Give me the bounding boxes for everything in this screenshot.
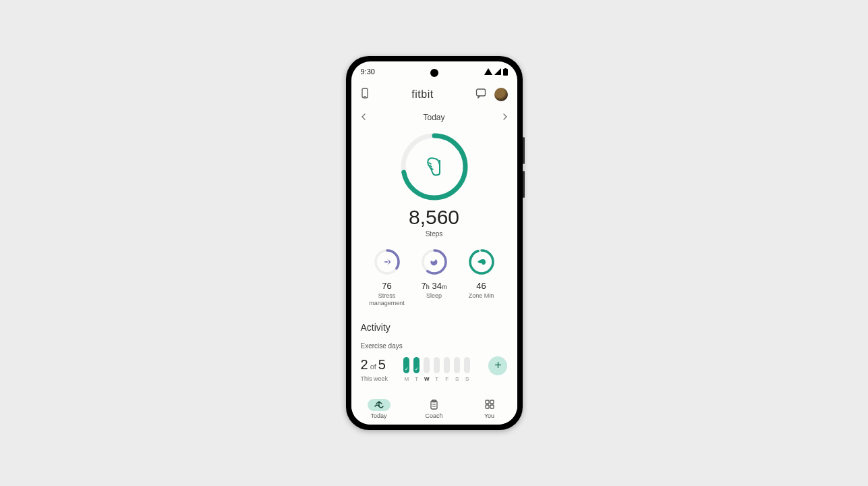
shoe-icon xyxy=(399,132,469,202)
svg-rect-0 xyxy=(503,69,508,76)
days-strip: ✓M✓TWTFSS xyxy=(403,357,470,382)
day-pill: F xyxy=(444,357,450,382)
nav-today-label: Today xyxy=(370,412,386,419)
today-icon xyxy=(374,400,384,410)
app-title: fitbit xyxy=(411,88,433,101)
phone-frame: 9:30 fitbit Today xyxy=(346,56,523,430)
wifi-icon xyxy=(484,68,492,75)
day-pill: W xyxy=(424,357,430,382)
signal-icon xyxy=(494,68,501,75)
day-pill: S xyxy=(464,357,470,382)
status-icons xyxy=(484,68,508,76)
screen: 9:30 fitbit Today xyxy=(351,61,517,425)
steps-ring xyxy=(399,132,469,202)
nav-you-label: You xyxy=(484,412,494,419)
day-pill: ✓M xyxy=(403,357,409,382)
exercise-days-heading: Exercise days xyxy=(361,342,508,350)
metric-zone[interactable]: 46 Zone Min xyxy=(458,248,505,307)
nav-coach-label: Coach xyxy=(425,412,442,419)
day-pill: T xyxy=(434,357,440,382)
steps-label: Steps xyxy=(426,230,443,238)
svg-rect-17 xyxy=(486,405,489,408)
volume-down-button[interactable] xyxy=(523,171,525,198)
avatar[interactable] xyxy=(494,88,508,101)
stress-value: 76 xyxy=(382,281,391,291)
zone-value: 46 xyxy=(476,281,486,291)
you-icon xyxy=(485,400,494,410)
add-exercise-button[interactable]: + xyxy=(488,356,507,375)
exercise-count: 2of5 xyxy=(361,357,388,373)
steps-value: 8,560 xyxy=(409,206,459,229)
day-pill: S xyxy=(454,357,460,382)
bottom-nav: Today Coach You xyxy=(351,394,517,425)
nav-you[interactable]: You xyxy=(478,399,501,419)
zone-label: Zone Min xyxy=(469,292,494,300)
date-nav: Today xyxy=(351,107,517,128)
exercise-subtext: This week xyxy=(361,375,388,382)
spa-icon xyxy=(374,248,401,275)
metric-sleep[interactable]: 7h 34m Sleep xyxy=(411,248,458,307)
svg-rect-15 xyxy=(486,400,489,404)
messages-icon[interactable] xyxy=(475,88,486,101)
battery-icon xyxy=(503,68,508,76)
coach-icon xyxy=(430,400,438,411)
sleep-label: Sleep xyxy=(426,292,442,300)
next-day-button[interactable] xyxy=(502,113,508,122)
activity-heading: Activity xyxy=(361,322,508,333)
metric-stress[interactable]: 76 Stress management xyxy=(364,248,411,307)
flame-icon xyxy=(468,248,495,275)
exercise-days-row[interactable]: 2of5 This week ✓M✓TWTFSS + xyxy=(361,356,508,382)
svg-rect-4 xyxy=(476,89,485,96)
stress-label: Stress management xyxy=(364,292,411,307)
date-label: Today xyxy=(423,113,444,122)
svg-rect-1 xyxy=(504,68,507,70)
moon-icon xyxy=(421,248,448,275)
prev-day-button[interactable] xyxy=(361,113,366,122)
sleep-value: 7h 34m xyxy=(422,281,447,291)
metrics-row: 76 Stress management xyxy=(361,248,508,307)
device-icon[interactable] xyxy=(361,88,370,101)
day-pill: ✓T xyxy=(413,357,419,382)
volume-up-button[interactable] xyxy=(523,137,525,164)
svg-rect-18 xyxy=(490,405,494,408)
nav-coach[interactable]: Coach xyxy=(423,399,446,419)
svg-rect-16 xyxy=(490,400,494,404)
steps-hero[interactable]: 8,560 Steps xyxy=(361,132,508,238)
svg-rect-3 xyxy=(364,96,366,97)
app-header: fitbit xyxy=(351,82,517,107)
camera-notch xyxy=(430,69,438,77)
nav-today[interactable]: Today xyxy=(368,399,390,419)
status-time: 9:30 xyxy=(361,68,375,76)
